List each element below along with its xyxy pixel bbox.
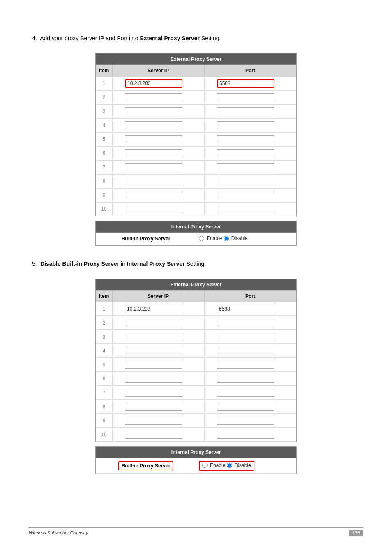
enable-radio[interactable] <box>199 236 204 241</box>
server-ip-input-10[interactable] <box>125 205 182 213</box>
port-input-9[interactable] <box>217 191 274 199</box>
row2-item-9: 9 <box>96 414 112 428</box>
port-input-4[interactable] <box>217 121 274 129</box>
row-item-6: 6 <box>96 146 112 160</box>
server-ip-input-6[interactable] <box>125 149 182 157</box>
row-item-3: 3 <box>96 104 112 118</box>
disable-radio[interactable] <box>224 236 229 241</box>
internal-proxy-header: Internal Proxy Server <box>96 221 296 233</box>
col-item-2: Item <box>96 290 112 302</box>
server-ip-input-1[interactable] <box>125 79 182 88</box>
row-item-5: 5 <box>96 132 112 146</box>
external-proxy-header-2: External Proxy Server <box>96 279 296 290</box>
col-item: Item <box>96 65 112 76</box>
row-item-1: 1 <box>96 76 112 90</box>
port-input-b9[interactable] <box>217 417 274 425</box>
figure-step4: External Proxy Server Item Server IP Por… <box>95 53 297 246</box>
server-ip-input-b5[interactable] <box>125 361 182 369</box>
page-footer: Wireless Subscriber Gateway 135 <box>29 527 363 536</box>
row-item-2: 2 <box>96 90 112 104</box>
server-ip-input-b10[interactable] <box>125 431 182 439</box>
row2-item-5: 5 <box>96 358 112 372</box>
step-5-text: 5. Disable Built-in Proxy Server in Inte… <box>32 260 363 267</box>
port-input-5[interactable] <box>217 135 274 143</box>
port-input-b5[interactable] <box>217 361 274 369</box>
col-port-2: Port <box>204 290 296 302</box>
col-server-ip: Server IP <box>112 65 204 76</box>
col-server-ip-2: Server IP <box>112 290 204 302</box>
port-input-10[interactable] <box>217 205 274 213</box>
server-ip-input-b4[interactable] <box>125 347 182 355</box>
row-item-7: 7 <box>96 160 112 174</box>
port-input-b8[interactable] <box>217 403 274 411</box>
server-ip-input-b6[interactable] <box>125 375 182 383</box>
enable-radio-2[interactable] <box>202 463 208 468</box>
server-ip-input-8[interactable] <box>125 177 182 185</box>
row2-item-7: 7 <box>96 386 112 400</box>
enable-option[interactable]: Enable <box>199 235 222 241</box>
port-input-b6[interactable] <box>217 375 274 383</box>
port-input-b10[interactable] <box>217 431 274 439</box>
port-input-b7[interactable] <box>217 389 274 397</box>
port-input-8[interactable] <box>217 177 274 185</box>
port-input-6[interactable] <box>217 149 274 157</box>
port-input-7[interactable] <box>217 163 274 171</box>
server-ip-input-b8[interactable] <box>125 403 182 411</box>
server-ip-input-b1[interactable] <box>125 305 182 313</box>
port-input-b2[interactable] <box>217 319 274 327</box>
radio-group-hl: Enable Disable <box>199 461 254 471</box>
server-ip-input-7[interactable] <box>125 163 182 171</box>
server-ip-input-4[interactable] <box>125 121 182 129</box>
row-item-9: 9 <box>96 188 112 202</box>
server-ip-input-3[interactable] <box>125 107 182 115</box>
server-ip-input-b7[interactable] <box>125 389 182 397</box>
row-item-8: 8 <box>96 174 112 188</box>
step-4-text: 4. Add your proxy Server IP and Port int… <box>32 35 363 41</box>
row2-item-4: 4 <box>96 344 112 358</box>
server-ip-input-9[interactable] <box>125 191 182 199</box>
row2-item-8: 8 <box>96 400 112 414</box>
row-item-10: 10 <box>96 202 112 216</box>
external-proxy-table-2: External Proxy Server Item Server IP Por… <box>95 279 297 442</box>
row2-item-10: 10 <box>96 428 112 442</box>
port-input-1[interactable] <box>217 79 274 88</box>
builtin-proxy-label: Built-in Proxy Server <box>96 233 196 245</box>
port-input-3[interactable] <box>217 107 274 115</box>
port-input-2[interactable] <box>217 93 274 101</box>
internal-proxy-table-1: Internal Proxy Server Built-in Proxy Ser… <box>95 221 297 246</box>
server-ip-input-b3[interactable] <box>125 333 182 341</box>
page-number: 135 <box>349 530 363 536</box>
row2-item-6: 6 <box>96 372 112 386</box>
row2-item-2: 2 <box>96 316 112 330</box>
disable-radio-2[interactable] <box>227 463 232 468</box>
row2-item-1: 1 <box>96 302 112 316</box>
port-input-b1[interactable] <box>217 305 274 313</box>
col-port: Port <box>204 65 296 76</box>
figure-step5: External Proxy Server Item Server IP Por… <box>95 279 297 474</box>
server-ip-input-b2[interactable] <box>125 319 182 327</box>
builtin-proxy-label-hl: Built-in Proxy Server <box>118 461 174 470</box>
port-input-b4[interactable] <box>217 347 274 355</box>
row-item-4: 4 <box>96 118 112 132</box>
internal-proxy-table-2: Internal Proxy Server Built-in Proxy Ser… <box>95 446 297 474</box>
external-proxy-header: External Proxy Server <box>96 53 296 65</box>
port-input-b3[interactable] <box>217 333 274 341</box>
external-proxy-table-1: External Proxy Server Item Server IP Por… <box>95 53 297 216</box>
disable-option-2[interactable]: Disable <box>227 463 251 468</box>
server-ip-input-b9[interactable] <box>125 417 182 425</box>
server-ip-input-5[interactable] <box>125 135 182 143</box>
internal-proxy-header-2: Internal Proxy Server <box>96 447 296 458</box>
enable-option-2[interactable]: Enable <box>202 463 225 468</box>
disable-option[interactable]: Disable <box>224 235 248 241</box>
footer-text: Wireless Subscriber Gateway <box>29 530 88 535</box>
row2-item-3: 3 <box>96 330 112 344</box>
server-ip-input-2[interactable] <box>125 93 182 101</box>
